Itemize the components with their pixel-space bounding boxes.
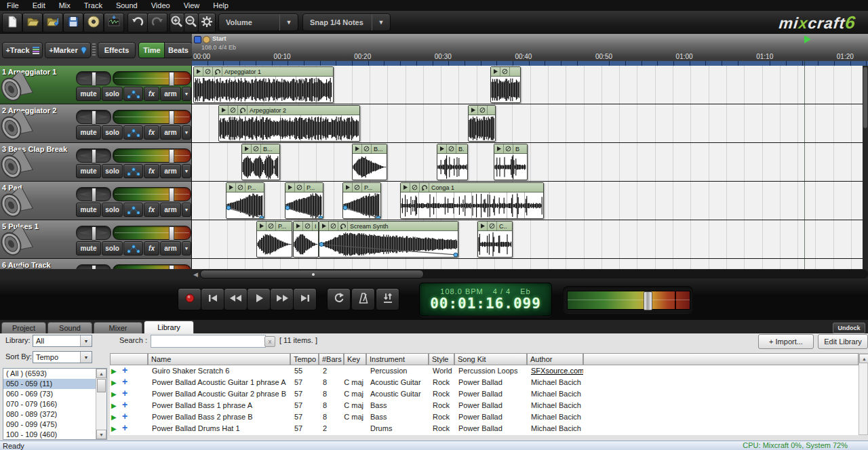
audio-clip[interactable]: B... <box>352 144 387 180</box>
track-header[interactable]: 4 Padmutesolofxarm▼ <box>0 182 192 220</box>
clip-loop-icon[interactable] <box>213 67 222 76</box>
column-header-name[interactable]: Name <box>148 353 290 365</box>
add-to-project-icon[interactable]: + <box>122 422 127 434</box>
scroll-left-arrow-icon[interactable]: ◀ <box>193 271 198 278</box>
pan-handle[interactable] <box>92 188 96 202</box>
preview-play-icon[interactable]: ▶ <box>111 434 117 435</box>
track-header[interactable]: 3 Bass Clap Breakmutesolofxarm▼ <box>0 143 192 182</box>
clip-play-icon[interactable] <box>494 144 504 153</box>
track-lane[interactable]: B...B...B.B <box>192 143 863 182</box>
track-menu-button[interactable]: ▼ <box>182 203 191 217</box>
automation-button[interactable] <box>123 203 143 217</box>
fx-button[interactable]: fx <box>144 125 159 140</box>
undo-button[interactable] <box>127 13 148 33</box>
clip-play-icon[interactable] <box>437 144 447 153</box>
clip-play-icon[interactable] <box>401 183 410 192</box>
playhead-marker[interactable] <box>804 35 811 43</box>
track-lane[interactable]: P...IScream SynthC.. <box>192 220 863 259</box>
track-lane[interactable]: Arpeggiator 2 <box>192 104 863 143</box>
scrollbar-handle[interactable] <box>97 379 106 392</box>
clip-mute-icon[interactable] <box>447 144 456 153</box>
table-row[interactable]: ▶+Power Ballad Drums Hat 1572DrumsRockPo… <box>110 423 859 434</box>
track-volume-slider[interactable] <box>113 226 191 240</box>
track-menu-button[interactable]: ▼ <box>182 164 191 178</box>
track-lane[interactable] <box>192 259 863 269</box>
table-row[interactable]: ▶+Guiro Shaker Scratch 6552PercussionWor… <box>110 365 859 377</box>
key-value[interactable]: Eb <box>520 287 530 295</box>
add-to-project-icon[interactable]: + <box>122 399 127 411</box>
time-mode-button[interactable]: Time <box>138 42 165 58</box>
automation-button[interactable] <box>123 87 143 101</box>
track-header[interactable]: 5 Pulses 1mutesolofxarm▼ <box>0 220 192 259</box>
clip-mute-icon[interactable] <box>236 183 245 192</box>
clip-mute-icon[interactable] <box>303 222 313 230</box>
master-volume-slider[interactable] <box>563 286 693 313</box>
solo-button[interactable]: solo <box>102 87 123 101</box>
metronome-button[interactable] <box>351 288 375 310</box>
new-file-button[interactable] <box>2 13 22 33</box>
audio-clip[interactable]: Arpeggiator 1 <box>193 66 334 103</box>
audio-clip[interactable]: B. <box>437 144 468 180</box>
pan-handle[interactable] <box>92 72 96 86</box>
track-volume-slider[interactable] <box>113 148 191 163</box>
time-position-display[interactable]: 00:01:16.099 <box>420 295 551 312</box>
solo-button[interactable]: solo <box>102 164 123 178</box>
column-header-instrument[interactable]: Instrument <box>366 353 429 365</box>
audio-clip[interactable]: B <box>494 144 528 180</box>
clip-mute-icon[interactable] <box>500 67 510 76</box>
volume-envelope[interactable] <box>319 231 458 258</box>
table-scrollbar[interactable]: ▲ <box>859 353 868 435</box>
menu-file[interactable]: File <box>0 1 26 9</box>
next-button[interactable] <box>293 288 317 310</box>
mute-button[interactable]: mute <box>76 87 101 101</box>
loop-button[interactable] <box>327 288 351 310</box>
track-volume-handle[interactable] <box>169 110 174 125</box>
add-to-project-icon[interactable]: + <box>122 376 127 388</box>
fx-button[interactable]: fx <box>144 241 159 255</box>
solo-button[interactable]: solo <box>102 203 123 217</box>
track-volume-slider[interactable] <box>113 71 191 85</box>
snap-combo[interactable]: Snap 1/4 Notes ▼ <box>302 14 391 31</box>
sort-by-select[interactable]: Tempo ▼ <box>33 351 92 363</box>
track-volume-slider[interactable] <box>113 187 191 201</box>
preview-play-icon[interactable]: ▶ <box>111 388 117 400</box>
fx-button[interactable]: fx <box>144 203 159 217</box>
add-track-button[interactable]: +Track <box>2 42 43 58</box>
column-header-style[interactable]: Style <box>429 353 454 365</box>
audio-clip[interactable]: Arpeggiator 2 <box>218 105 360 142</box>
track-volume-slider[interactable] <box>113 264 191 269</box>
time-signature-value[interactable]: 4 / 4 <box>493 287 511 295</box>
toolbar-grip[interactable] <box>92 43 96 56</box>
audio-clip[interactable] <box>468 105 496 142</box>
tempo-range-item[interactable]: 100 - 109 (460) <box>3 430 106 440</box>
track-lane[interactable]: P...P...P...Conga 1 <box>192 182 863 220</box>
author-link[interactable]: SFXsource.com <box>531 367 583 375</box>
clip-mute-icon[interactable] <box>329 222 338 230</box>
clip-mute-icon[interactable] <box>267 222 276 230</box>
track-volume-handle[interactable] <box>169 72 174 86</box>
play-button[interactable] <box>247 288 271 310</box>
mute-button[interactable]: mute <box>76 164 101 178</box>
clip-play-icon[interactable] <box>194 67 203 76</box>
timeline-ruler[interactable]: Start 108.0 4/4 Eb 00:0000:1000:2000:300… <box>192 34 868 66</box>
mute-button[interactable]: mute <box>76 203 101 217</box>
mute-button[interactable]: mute <box>76 241 101 255</box>
audio-clip[interactable]: P... <box>342 182 381 219</box>
menu-view[interactable]: View <box>177 1 207 9</box>
clip-play-icon[interactable] <box>343 183 353 192</box>
automation-button[interactable] <box>123 164 143 178</box>
preview-play-icon[interactable]: ▶ <box>111 377 117 388</box>
preview-play-icon[interactable]: ▶ <box>111 411 117 423</box>
pan-handle[interactable] <box>92 149 96 163</box>
add-to-project-icon[interactable]: + <box>122 365 127 376</box>
clip-play-icon[interactable] <box>469 106 478 115</box>
tempo-range-list[interactable]: ( All ) (6593)050 - 059 (11)060 - 069 (7… <box>3 368 107 440</box>
table-row[interactable]: ▶+Power Ballad Bass 1 phrase A578C majBa… <box>110 400 859 411</box>
track-vertical-scrollbar[interactable] <box>863 66 868 269</box>
preview-play-icon[interactable]: ▶ <box>111 365 117 377</box>
automation-type-combo[interactable]: Volume ▼ <box>218 14 298 31</box>
arm-button[interactable]: arm <box>160 203 181 217</box>
clip-mute-icon[interactable] <box>203 67 213 76</box>
arm-button[interactable]: arm <box>160 87 181 101</box>
clip-play-icon[interactable] <box>491 67 500 76</box>
